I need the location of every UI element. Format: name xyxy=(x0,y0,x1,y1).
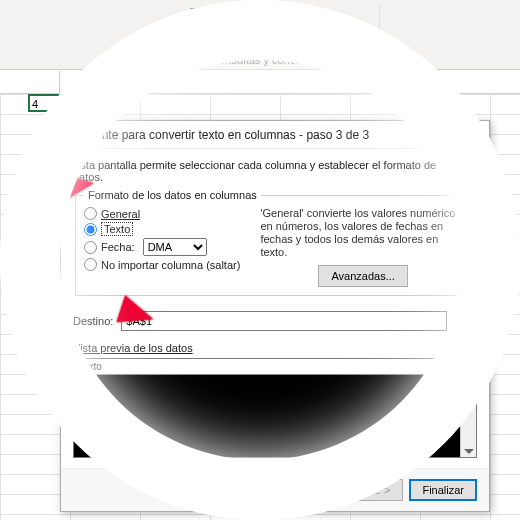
text-to-columns-dialog: Asistente para convertir texto en column… xyxy=(60,120,490,512)
radio-general[interactable]: General xyxy=(84,207,240,220)
next-button[interactable]: Siguiente > xyxy=(322,479,403,501)
preview-scrollbar[interactable] xyxy=(460,359,476,457)
fx-icon[interactable]: ƒx xyxy=(60,71,100,93)
range-selector-button[interactable]: ↥ xyxy=(455,310,477,332)
excel-ribbon: Actualizar todo Propiedades Editar víncu… xyxy=(0,0,520,70)
preview-column-header[interactable]: Texto xyxy=(74,359,476,375)
preview-data-rows: 4 6 40 1F 5A xyxy=(74,375,476,457)
refresh-all-icon[interactable] xyxy=(190,8,218,36)
radio-skip[interactable]: No importar columna (saltar) xyxy=(84,258,240,271)
dialog-title: Asistente para convertir texto en column… xyxy=(69,128,413,142)
ribbon-group-queries: Actualizar todo Propiedades Editar víncu… xyxy=(160,4,380,66)
name-box[interactable] xyxy=(0,71,60,93)
close-button[interactable]: ✕ xyxy=(449,122,485,148)
ribbon-group-label: Consultas y conexiones xyxy=(160,54,379,66)
properties-icon xyxy=(232,10,244,22)
ribbon-edit-links[interactable]: Editar vínculos xyxy=(232,24,320,40)
links-icon xyxy=(232,26,244,38)
radio-skip-input[interactable] xyxy=(84,258,97,271)
radio-text[interactable]: Texto xyxy=(84,222,240,236)
radio-text-input[interactable] xyxy=(84,223,97,236)
help-button[interactable]: ? xyxy=(413,122,449,148)
dialog-button-row: Cancelar < Atrás Siguiente > Finalizar xyxy=(61,468,489,511)
preview-label: Vista previa de los datos xyxy=(73,342,193,354)
cancel-button[interactable]: Cancelar xyxy=(179,479,249,501)
selected-cell[interactable]: 4 xyxy=(28,94,96,112)
data-preview: Texto 4 6 40 1F 5A xyxy=(73,358,477,458)
destination-label: Destino: xyxy=(73,315,113,327)
dialog-titlebar: Asistente para convertir texto en column… xyxy=(61,121,489,149)
radio-date-input[interactable] xyxy=(84,241,97,254)
formula-bar: ƒx 4 xyxy=(0,70,520,94)
refresh-all-label[interactable]: Actualizar todo xyxy=(168,36,241,47)
finish-button[interactable]: Finalizar xyxy=(409,479,477,501)
destination-input[interactable] xyxy=(121,311,447,331)
date-format-select[interactable]: DMA xyxy=(143,238,207,256)
column-format-fieldset: Formato de los datos en columnas General… xyxy=(75,189,475,296)
dialog-description: Esta pantalla permite seleccionar cada c… xyxy=(73,159,477,183)
format-hint: 'General' convierte los valores numérico… xyxy=(254,207,466,287)
fieldset-legend: Formato de los datos en columnas xyxy=(84,189,261,201)
formula-value[interactable]: 4 xyxy=(100,75,113,89)
advanced-button[interactable]: Avanzadas... xyxy=(318,265,407,287)
radio-date[interactable]: Fecha: DMA xyxy=(84,238,240,256)
radio-general-input[interactable] xyxy=(84,207,97,220)
back-button[interactable]: < Atrás xyxy=(256,479,317,501)
ribbon-properties[interactable]: Propiedades xyxy=(232,8,320,24)
